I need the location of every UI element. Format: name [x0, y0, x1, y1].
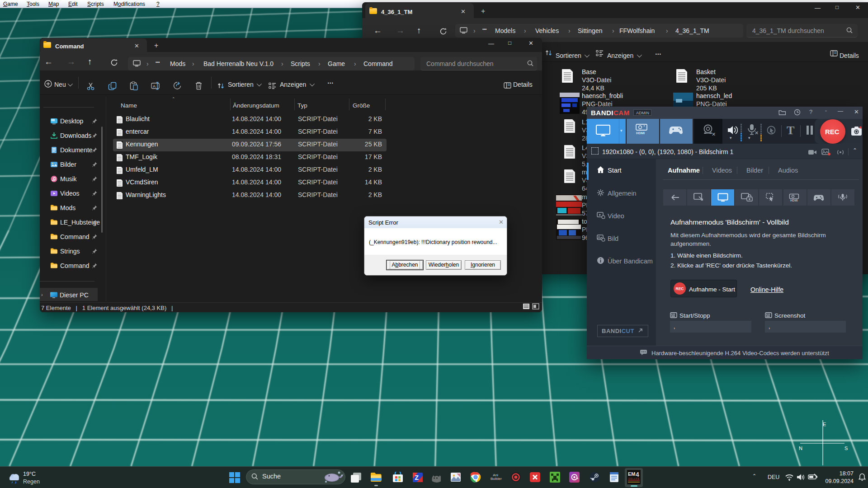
svg-text:EM: EM [628, 471, 636, 477]
svg-text:S: S [844, 446, 848, 451]
svg-text:A: A [153, 84, 156, 89]
svg-text:4: 4 [636, 471, 639, 478]
svg-text:✕: ✕ [755, 130, 759, 136]
svg-text:✕: ✕ [712, 131, 716, 137]
svg-text:D E L U X E: D E L U X E [628, 478, 639, 480]
svg-text:N: N [799, 446, 802, 451]
svg-text:HDMI: HDMI [790, 199, 798, 202]
svg-text:HDMI: HDMI [636, 131, 645, 135]
svg-text:Z: Z [415, 474, 419, 481]
svg-text:E: E [823, 422, 826, 427]
